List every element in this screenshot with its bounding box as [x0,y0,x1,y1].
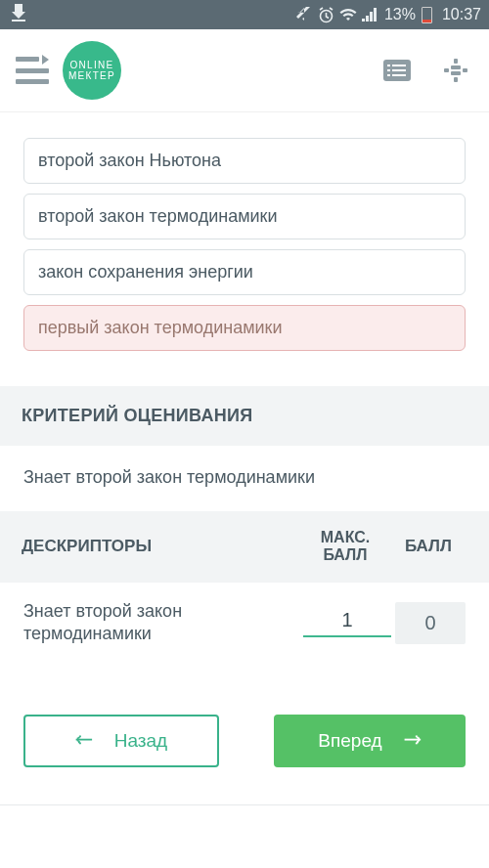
svg-rect-11 [463,68,467,72]
wifi-icon [339,8,357,22]
criteria-header: КРИТЕРИЙ ОЦЕНИВАНИЯ [0,386,489,446]
svg-rect-12 [451,65,461,69]
battery-percent: 13% [384,6,416,23]
mute-icon [295,7,313,22]
descriptors-header-row: ДЕСКРИПТОРЫ МАКС. БАЛЛ БАЛЛ [0,511,489,583]
answer-option-3[interactable]: первый закон термодинамики [23,305,466,351]
descriptors-header-label: ДЕСКРИПТОРЫ [22,537,301,556]
svg-rect-9 [454,77,458,82]
bottom-edge [0,804,489,832]
list-icon[interactable] [383,59,411,82]
descriptor-score[interactable]: 0 [395,602,466,644]
clock-time: 10:37 [442,6,481,23]
globe-icon[interactable] [442,59,469,82]
svg-rect-5 [392,69,406,71]
main-content: второй закон Ньютонавторой закон термоди… [0,112,489,795]
descriptors-header-max: МАКС. БАЛЛ [301,529,389,565]
answer-option-1[interactable]: второй закон термодинамики [23,194,466,239]
forward-button[interactable]: Вперед 🡒 [274,715,466,767]
app-bar: ONLINE МЕКТЕР [0,29,489,112]
signal-icon [362,8,378,22]
arrow-right-icon: 🡒 [404,730,422,751]
app-logo[interactable]: ONLINE МЕКТЕР [63,41,121,100]
svg-rect-13 [451,71,461,75]
logo-line-1: ONLINE [69,60,113,70]
status-icons-cluster [295,7,378,23]
forward-button-label: Вперед [318,730,381,752]
svg-rect-7 [392,74,406,76]
svg-rect-3 [392,65,406,66]
alarm-icon [318,7,334,23]
svg-rect-2 [387,65,390,66]
svg-rect-6 [387,74,390,76]
svg-rect-10 [444,68,449,72]
back-button-label: Назад [114,730,167,752]
menu-icon[interactable] [16,57,49,84]
svg-rect-8 [454,59,458,64]
svg-rect-4 [387,69,390,71]
download-icon [8,4,25,25]
descriptor-label: Знает второй закон термодинамики [23,600,299,646]
nav-buttons: 🡐 Назад Вперед 🡒 [23,664,466,795]
back-button[interactable]: 🡐 Назад [23,715,219,767]
descriptors-header-score: БАЛЛ [389,537,467,556]
descriptor-row: Знает второй закон термодинамики10 [23,583,466,664]
arrow-left-icon: 🡐 [75,730,93,751]
descriptor-max: 1 [303,609,391,637]
battery-icon [422,7,432,23]
answer-option-2[interactable]: закон сохранения энергии [23,249,466,295]
answer-option-0[interactable]: второй закон Ньютона [23,138,466,184]
criteria-text: Знает второй закон термодинамики [23,446,466,511]
logo-line-2: МЕКТЕР [68,70,115,81]
android-status-bar: 13% 10:37 [0,0,489,29]
